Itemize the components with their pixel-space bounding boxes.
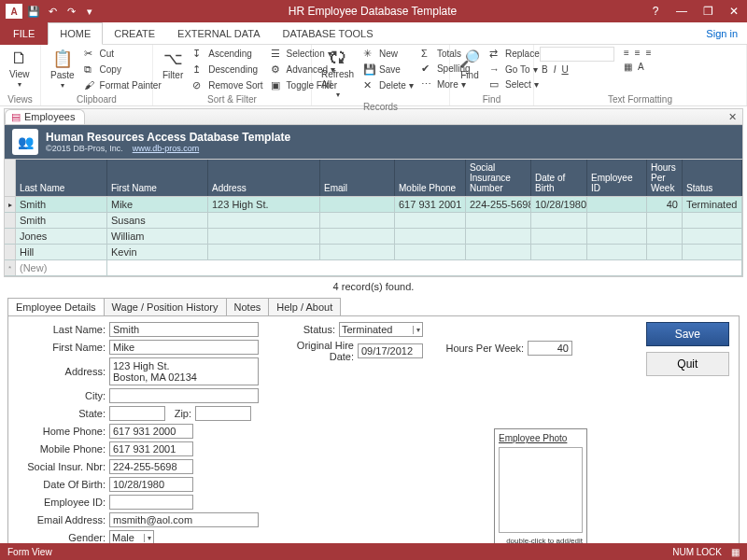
view-icon: 🗋 bbox=[11, 49, 28, 68]
grid-body: ▸SmithMike123 High St.617 931 2001224-25… bbox=[4, 197, 743, 277]
filter-button[interactable]: ⌥Filter bbox=[159, 47, 187, 82]
italic-button[interactable]: I bbox=[554, 64, 557, 75]
close-tab-icon[interactable]: ✕ bbox=[723, 111, 742, 123]
tab-employees[interactable]: ▤Employees bbox=[5, 109, 85, 124]
sort-asc-icon: ↧ bbox=[192, 48, 205, 60]
tab-file[interactable]: FILE bbox=[0, 22, 48, 45]
descending-button[interactable]: ↥Descending bbox=[190, 63, 264, 77]
chevron-down-icon: ▾ bbox=[413, 326, 420, 334]
save-button[interactable]: Save bbox=[646, 322, 729, 346]
align-right-icon[interactable]: ≡ bbox=[646, 48, 652, 58]
first-name-field[interactable]: Mike bbox=[109, 340, 259, 355]
photo-label: Employee Photo bbox=[499, 433, 583, 443]
find-button[interactable]: 🔎Find bbox=[456, 47, 484, 82]
close-icon[interactable]: ✕ bbox=[721, 0, 747, 22]
state-field[interactable] bbox=[109, 406, 165, 421]
hire-date-field[interactable]: 09/17/2012 bbox=[358, 343, 423, 358]
tab-home[interactable]: HOME bbox=[48, 22, 103, 45]
home-phone-field[interactable]: 617 931 2000 bbox=[109, 424, 193, 439]
col-dob[interactable]: Date of Birth bbox=[531, 160, 587, 196]
sin-field[interactable]: 224-255-5698 bbox=[109, 459, 193, 474]
email-field[interactable]: msmith@aol.com bbox=[109, 512, 259, 527]
qat-save-icon[interactable]: 💾 bbox=[26, 4, 41, 19]
group-views-label: Views bbox=[6, 93, 35, 105]
select-icon: ▭ bbox=[489, 78, 502, 91]
sort-desc-icon: ↥ bbox=[192, 63, 205, 76]
tab-external-data[interactable]: EXTERNAL DATA bbox=[166, 22, 271, 45]
bold-button[interactable]: B bbox=[542, 64, 548, 75]
subtab-help[interactable]: Help / About bbox=[268, 298, 341, 315]
minimize-icon[interactable]: — bbox=[669, 0, 695, 22]
restore-icon[interactable]: ❐ bbox=[695, 0, 721, 22]
group-records-label: Records bbox=[317, 101, 444, 113]
col-status[interactable]: Status bbox=[683, 160, 742, 196]
col-mobile[interactable]: Mobile Phone bbox=[395, 160, 466, 196]
form-banner: 👥 Human Resources Access Database Templa… bbox=[4, 125, 743, 160]
col-eid[interactable]: Employee ID bbox=[587, 160, 647, 196]
save-record-button[interactable]: 💾Save bbox=[361, 63, 416, 77]
col-address[interactable]: Address bbox=[208, 160, 320, 196]
copy-button[interactable]: ⧉Copy bbox=[82, 63, 163, 77]
col-email[interactable]: Email bbox=[320, 160, 395, 196]
cut-button[interactable]: ✂Cut bbox=[82, 47, 163, 61]
col-lastname[interactable]: Last Name bbox=[16, 160, 107, 196]
col-sin[interactable]: Social Insurance Number bbox=[466, 160, 531, 196]
last-name-field[interactable]: Smith bbox=[109, 322, 259, 337]
status-left: Form View bbox=[7, 547, 52, 557]
copy-icon: ⧉ bbox=[84, 63, 97, 76]
font-color-icon[interactable]: A bbox=[638, 62, 644, 72]
align-center-icon[interactable]: ≡ bbox=[635, 48, 641, 58]
table-row[interactable]: ▸SmithMike123 High St.617 931 2001224-25… bbox=[5, 197, 742, 213]
photo-placeholder[interactable] bbox=[499, 447, 583, 533]
format-painter-button[interactable]: 🖌Format Painter bbox=[82, 78, 163, 91]
subtab-details[interactable]: Employee Details bbox=[7, 298, 105, 315]
title-bar: A 💾 ↶ ↷ ▾ HR Employee Database Template … bbox=[0, 0, 747, 22]
group-sortfilter-label: Sort & Filter bbox=[159, 93, 305, 105]
new-record-button[interactable]: ✳New bbox=[361, 47, 416, 61]
banner-link[interactable]: www.db-pros.com bbox=[133, 144, 200, 153]
qat-customize-icon[interactable]: ▾ bbox=[82, 4, 97, 19]
quit-button[interactable]: Quit bbox=[646, 352, 729, 376]
hpw-field[interactable]: 40 bbox=[528, 341, 572, 356]
table-row[interactable]: JonesWilliam bbox=[5, 229, 742, 245]
painter-icon: 🖌 bbox=[84, 79, 97, 91]
qat-undo-icon[interactable]: ↶ bbox=[45, 4, 60, 19]
view-shortcut-icon[interactable]: ▦ bbox=[731, 547, 740, 557]
table-row[interactable]: SmithSusans bbox=[5, 213, 742, 229]
paste-button[interactable]: 📋Paste▾ bbox=[47, 47, 78, 91]
remove-sort-button[interactable]: ⊘Remove Sort bbox=[190, 78, 264, 92]
selection-icon: ☰ bbox=[271, 48, 284, 60]
dob-field[interactable]: 10/28/1980 bbox=[109, 477, 193, 492]
view-button[interactable]: 🗋View▾ bbox=[6, 47, 34, 91]
help-icon[interactable]: ? bbox=[642, 0, 669, 22]
find-icon: 🔎 bbox=[459, 49, 480, 69]
tab-create[interactable]: CREATE bbox=[103, 22, 166, 45]
zip-field[interactable] bbox=[195, 406, 251, 421]
col-hpw[interactable]: Hours Per Week bbox=[647, 160, 683, 196]
underline-button[interactable]: U bbox=[561, 64, 568, 75]
mobile-phone-field[interactable]: 617 931 2001 bbox=[109, 441, 193, 456]
status-select[interactable]: Terminated▾ bbox=[339, 322, 423, 337]
col-firstname[interactable]: First Name bbox=[107, 160, 208, 196]
detail-tabs: Employee Details Wage / Position History… bbox=[7, 298, 740, 315]
sign-in-link[interactable]: Sign in bbox=[697, 24, 747, 43]
filter-icon: ⌥ bbox=[163, 49, 183, 69]
status-bar: Form View NUM LOCK ▦ bbox=[0, 543, 747, 560]
align-left-icon[interactable]: ≡ bbox=[624, 48, 629, 58]
fill-color-icon[interactable]: ▦ bbox=[624, 62, 632, 72]
ribbon: 🗋View▾ Views 📋Paste▾ ✂Cut ⧉Copy 🖌Format … bbox=[0, 45, 747, 106]
subtab-wage[interactable]: Wage / Position History bbox=[104, 298, 227, 315]
eid-field[interactable] bbox=[109, 495, 193, 510]
address-field[interactable]: 123 High St. Boston, MA 02134 bbox=[109, 357, 259, 385]
tab-database-tools[interactable]: DATABASE TOOLS bbox=[271, 22, 384, 45]
refresh-all-button[interactable]: 🗘Refresh All▾ bbox=[317, 47, 358, 101]
city-field[interactable] bbox=[109, 388, 259, 403]
ascending-button[interactable]: ↧Ascending bbox=[190, 47, 264, 61]
more-icon: ⋯ bbox=[421, 78, 434, 91]
qat-redo-icon[interactable]: ↷ bbox=[63, 4, 78, 19]
table-row[interactable]: HillKevin bbox=[5, 245, 742, 260]
chevron-down-icon: ▾ bbox=[144, 534, 151, 542]
delete-record-button[interactable]: ✕Delete ▾ bbox=[361, 78, 416, 92]
subtab-notes[interactable]: Notes bbox=[226, 298, 270, 315]
new-row[interactable]: *(New) bbox=[5, 260, 742, 276]
